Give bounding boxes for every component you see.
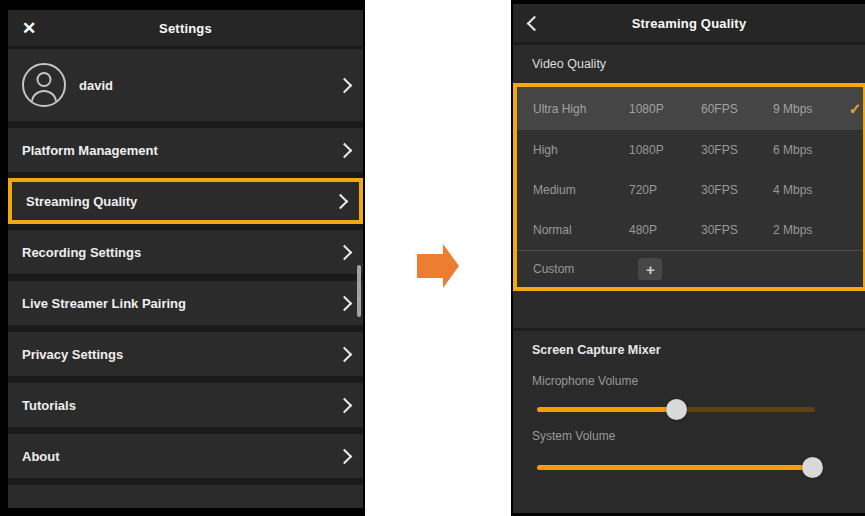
microphone-volume-slider[interactable] [537, 407, 815, 412]
quality-name: Medium [533, 183, 629, 197]
menu-item-recording-settings[interactable]: Recording Settings [8, 230, 363, 274]
quality-bitrate: 2 Mbps [773, 223, 851, 237]
chevron-right-icon [337, 448, 353, 464]
add-custom-quality-button[interactable]: + [638, 258, 662, 280]
slider-fill [537, 407, 676, 412]
settings-phone-frame: ✕ Settings david Platform Management Str… [0, 0, 365, 516]
plus-icon: + [646, 262, 655, 277]
profile-username: david [79, 78, 339, 93]
empty-list-row [8, 485, 363, 508]
quality-resolution: 480P [629, 223, 701, 237]
mixer-title: Screen Capture Mixer [532, 343, 846, 357]
quality-fps: 30FPS [701, 143, 773, 157]
quality-resolution: 720P [629, 183, 701, 197]
slider-thumb[interactable] [802, 457, 823, 478]
menu-item-label: Platform Management [22, 143, 339, 158]
quality-resolution: 1080P [629, 143, 701, 157]
quality-resolution: 1080P [629, 102, 701, 116]
quality-bitrate: 6 Mbps [773, 143, 851, 157]
slider-thumb[interactable] [666, 399, 687, 420]
section-spacer [513, 291, 865, 328]
menu-item-label: Recording Settings [22, 245, 339, 260]
close-icon[interactable]: ✕ [22, 20, 36, 37]
settings-screen: ✕ Settings david Platform Management Str… [8, 10, 363, 508]
microphone-volume-label: Microphone Volume [532, 374, 846, 388]
menu-item-label: Tutorials [22, 398, 339, 413]
system-volume-slider[interactable] [537, 465, 815, 470]
menu-item-platform-management[interactable]: Platform Management [8, 128, 363, 172]
selected-check-icon: ✓ [849, 100, 862, 118]
menu-item-streaming-quality[interactable]: Streaming Quality [8, 178, 363, 224]
quality-fps: 60FPS [701, 102, 773, 116]
quality-row-medium[interactable]: Medium 720P 30FPS 4 Mbps [517, 170, 863, 210]
quality-row-normal[interactable]: Normal 480P 30FPS 2 Mbps [517, 210, 863, 250]
menu-item-label: Streaming Quality [26, 194, 335, 209]
screenshot-canvas: ✕ Settings david Platform Management Str… [0, 0, 865, 516]
slider-fill [537, 465, 812, 470]
menu-item-label: Live Streamer Link Pairing [22, 296, 339, 311]
quality-row-custom: Custom + [517, 251, 863, 287]
custom-label: Custom [533, 262, 574, 276]
streaming-quality-header: Streaming Quality [513, 4, 865, 42]
page-title: Streaming Quality [513, 16, 865, 31]
scrollbar-thumb[interactable] [357, 265, 361, 317]
quality-row-high[interactable]: High 1080P 30FPS 6 Mbps [517, 130, 863, 170]
chevron-right-icon [337, 397, 353, 413]
menu-item-about[interactable]: About [8, 434, 363, 478]
menu-item-live-streamer-link-pairing[interactable]: Live Streamer Link Pairing [8, 281, 363, 325]
menu-item-label: Privacy Settings [22, 347, 339, 362]
system-volume-label: System Volume [532, 429, 846, 443]
chevron-right-icon [337, 244, 353, 260]
user-avatar-icon [22, 63, 66, 107]
quality-bitrate: 4 Mbps [773, 183, 851, 197]
screen-capture-mixer-section: Screen Capture Mixer Microphone Volume S… [513, 331, 865, 470]
chevron-right-icon [337, 77, 353, 93]
settings-header: ✕ Settings [8, 10, 363, 46]
video-quality-section-label: Video Quality [513, 45, 865, 83]
chevron-right-icon [337, 142, 353, 158]
quality-name: Normal [533, 223, 629, 237]
menu-item-tutorials[interactable]: Tutorials [8, 383, 363, 427]
transition-arrow-icon [443, 244, 459, 288]
quality-bitrate: 9 Mbps [773, 102, 851, 116]
page-title: Settings [8, 21, 363, 36]
menu-item-label: About [22, 449, 339, 464]
quality-table: Ultra High 1080P 60FPS 9 Mbps ✓ High 108… [513, 83, 865, 291]
streaming-quality-screen: Streaming Quality Video Quality Ultra Hi… [513, 4, 865, 513]
quality-row-ultra-high[interactable]: Ultra High 1080P 60FPS 9 Mbps ✓ [517, 87, 863, 130]
profile-row[interactable]: david [8, 49, 363, 121]
chevron-right-icon [337, 295, 353, 311]
streaming-quality-phone-frame: Streaming Quality Video Quality Ultra Hi… [511, 0, 865, 516]
quality-fps: 30FPS [701, 223, 773, 237]
menu-item-privacy-settings[interactable]: Privacy Settings [8, 332, 363, 376]
quality-name: High [533, 143, 629, 157]
quality-name: Ultra High [533, 102, 629, 116]
transition-arrow-icon [417, 254, 444, 278]
quality-fps: 30FPS [701, 183, 773, 197]
chevron-right-icon [337, 346, 353, 362]
chevron-right-icon [333, 193, 349, 209]
